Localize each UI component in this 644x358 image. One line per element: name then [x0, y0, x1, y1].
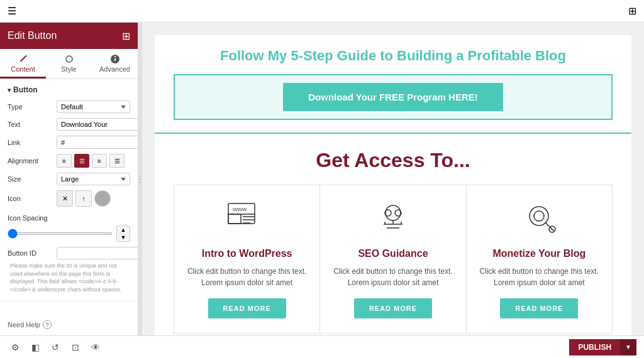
stepper-down[interactable]: ▼	[117, 234, 130, 241]
card-seo-title: SEO Guidance	[333, 248, 453, 259]
seo-icon	[371, 200, 415, 238]
hero-title: Follow My 5-Step Guide to Building a Pro…	[174, 48, 613, 64]
icon-spacing-row: Icon Spacing ▲ ▼	[8, 212, 130, 242]
size-field-row: Size Large Small Medium	[8, 173, 130, 185]
need-help[interactable]: Need Help ?	[0, 314, 138, 335]
grid-icon[interactable]: ⊞	[628, 5, 636, 17]
bottom-bar: ⚙ ◧ ↺ ⊡ 👁 PUBLISH ▼	[0, 335, 644, 358]
svg-line-20	[550, 227, 554, 231]
icon-upload-btn[interactable]: ↑	[75, 190, 92, 207]
alignment-field-row: Alignment ≡ ☰ ≡ ☰	[8, 154, 130, 168]
tab-advanced[interactable]: Advanced	[92, 49, 138, 79]
history-icon[interactable]: ↺	[48, 340, 63, 355]
card-seo: SEO Guidance Click edit button to change…	[320, 185, 466, 334]
publish-button[interactable]: PUBLISH	[569, 339, 620, 355]
icon-spacing-stepper[interactable]: ▲ ▼	[116, 225, 130, 242]
text-input[interactable]	[57, 119, 138, 130]
svg-point-16	[530, 207, 548, 225]
card-wordpress-title: Intro to WordPress	[187, 248, 307, 259]
hamburger-icon[interactable]: ☰	[8, 5, 16, 17]
align-left-btn[interactable]: ≡	[57, 154, 72, 168]
hero-btn[interactable]: Download Your FREE Program HERE!	[283, 83, 502, 111]
align-justify-btn[interactable]: ☰	[109, 154, 125, 168]
tab-content[interactable]: Content	[0, 49, 46, 79]
alignment-controls: ≡ ☰ ≡ ☰	[57, 154, 130, 168]
type-field-row: Type Default	[8, 100, 130, 113]
eye-icon[interactable]: 👁	[88, 340, 103, 355]
link-input[interactable]	[57, 137, 138, 148]
monetize-icon	[517, 200, 561, 238]
card-wordpress: WWW Intro to WordPress Click edit button…	[174, 185, 320, 334]
svg-point-8	[386, 205, 401, 220]
size-label: Size	[8, 175, 53, 183]
stepper-up[interactable]: ▲	[117, 226, 130, 234]
card-seo-btn[interactable]: READ MORE	[354, 298, 432, 318]
sidebar: Edit Button ⊞ Content Style Advanced But…	[0, 23, 138, 335]
button-id-input[interactable]	[57, 247, 138, 259]
type-select[interactable]: Default	[57, 100, 130, 113]
card-monetize-title: Monetize Your Blog	[479, 248, 599, 259]
text-label: Text	[8, 121, 53, 128]
icon-spacing-label: Icon Spacing	[8, 214, 48, 222]
svg-text:WWW: WWW	[233, 207, 247, 212]
button-id-label: Button ID	[8, 249, 53, 257]
link-field-row: Link ⚙ 🗑	[8, 136, 130, 149]
sidebar-grid-icon[interactable]: ⊞	[122, 30, 130, 42]
align-right-btn[interactable]: ≡	[92, 154, 107, 168]
icon-label: Icon	[8, 195, 53, 202]
content-area: Follow My 5-Step Guide to Building a Pro…	[142, 23, 644, 335]
sidebar-header-title: Edit Button	[8, 30, 57, 41]
access-section: Get Access To... WWW	[155, 134, 631, 335]
cards-row: WWW Intro to WordPress Click edit button…	[174, 185, 613, 334]
sidebar-tabs: Content Style Advanced	[0, 49, 138, 79]
icon-spacing-slider[interactable]	[8, 232, 113, 235]
alignment-label: Alignment	[8, 157, 53, 165]
wordpress-icon: WWW	[225, 200, 269, 238]
responsive-icon[interactable]: ⊡	[68, 340, 83, 355]
hero-section: Follow My 5-Step Guide to Building a Pro…	[155, 35, 631, 134]
card-monetize: Monetize Your Blog Click edit button to …	[467, 185, 612, 334]
type-label: Type	[8, 103, 53, 111]
icon-field-row: Icon ✕ ↑	[8, 190, 130, 207]
settings-icon[interactable]: ⚙	[8, 340, 23, 355]
svg-point-0	[66, 56, 72, 62]
layers-icon[interactable]: ◧	[28, 340, 43, 355]
size-select[interactable]: Large Small Medium	[57, 173, 130, 185]
access-title: Get Access To...	[174, 149, 613, 172]
page-content: Follow My 5-Step Guide to Building a Pro…	[155, 35, 631, 335]
icon-color-btn[interactable]	[94, 190, 111, 207]
card-wordpress-btn[interactable]: READ MORE	[208, 298, 286, 318]
tab-style[interactable]: Style	[46, 49, 92, 79]
svg-point-17	[534, 211, 544, 221]
link-label: Link	[8, 139, 53, 146]
button-id-row: Button ID 🗑 Please make sure the ID is u…	[8, 247, 130, 293]
svg-rect-4	[228, 214, 241, 224]
button-id-note: Please make sure the ID is unique and no…	[8, 262, 130, 293]
publish-dropdown-btn[interactable]: ▼	[620, 339, 636, 355]
icon-controls: ✕ ↑	[57, 190, 130, 207]
button-section: Button Type Default Text 🗑	[0, 79, 138, 301]
icon-close-btn[interactable]: ✕	[57, 190, 73, 207]
help-icon: ?	[43, 320, 52, 329]
card-monetize-btn[interactable]: READ MORE	[500, 298, 578, 318]
align-center-btn[interactable]: ☰	[74, 154, 89, 168]
sidebar-header: Edit Button ⊞	[0, 23, 138, 49]
bottom-bar-left: ⚙ ◧ ↺ ⊡ 👁	[8, 340, 103, 355]
section-title: Button	[8, 85, 130, 94]
publish-group: PUBLISH ▼	[569, 339, 636, 355]
card-wordpress-text: Click edit button to change this text. L…	[187, 266, 307, 288]
card-monetize-text: Click edit button to change this text. L…	[479, 266, 599, 288]
text-field-row: Text 🗑	[8, 118, 130, 131]
card-seo-text: Click edit button to change this text. L…	[333, 266, 453, 288]
top-bar: ☰ ⊞	[0, 0, 644, 23]
